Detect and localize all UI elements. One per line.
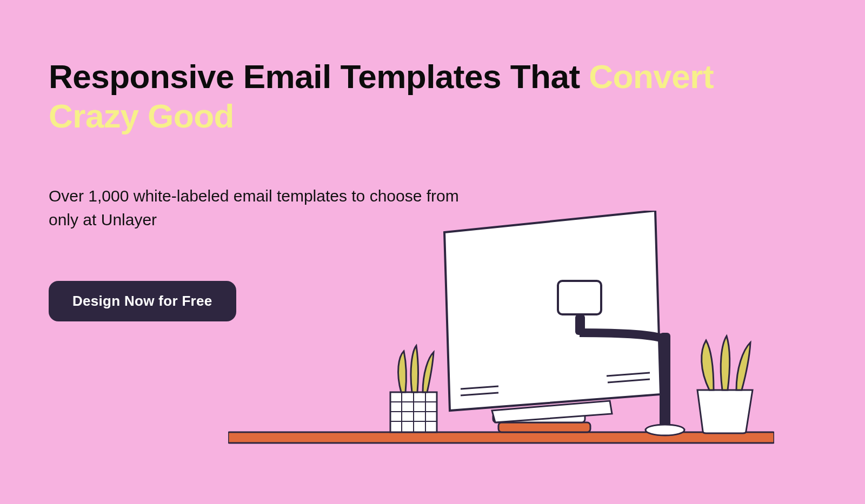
plant-right-icon [697, 336, 753, 433]
svg-rect-9 [493, 413, 585, 422]
headline: Responsive Email Templates That Convert … [49, 57, 778, 136]
svg-point-18 [646, 425, 684, 435]
design-now-button[interactable]: Design Now for Free [49, 281, 236, 321]
svg-rect-1 [390, 392, 437, 432]
subheadline: Over 1,000 white-labeled email templates… [49, 184, 460, 231]
svg-rect-0 [228, 432, 774, 443]
svg-line-13 [607, 373, 650, 376]
hero-section: Responsive Email Templates That Convert … [49, 57, 778, 321]
plant-left-icon [390, 346, 437, 432]
headline-plain: Responsive Email Templates That [49, 58, 589, 95]
svg-line-11 [461, 386, 498, 389]
svg-rect-8 [498, 422, 590, 432]
svg-rect-17 [660, 333, 670, 429]
svg-line-12 [461, 393, 498, 395]
svg-marker-19 [492, 401, 612, 422]
svg-line-14 [608, 379, 650, 382]
